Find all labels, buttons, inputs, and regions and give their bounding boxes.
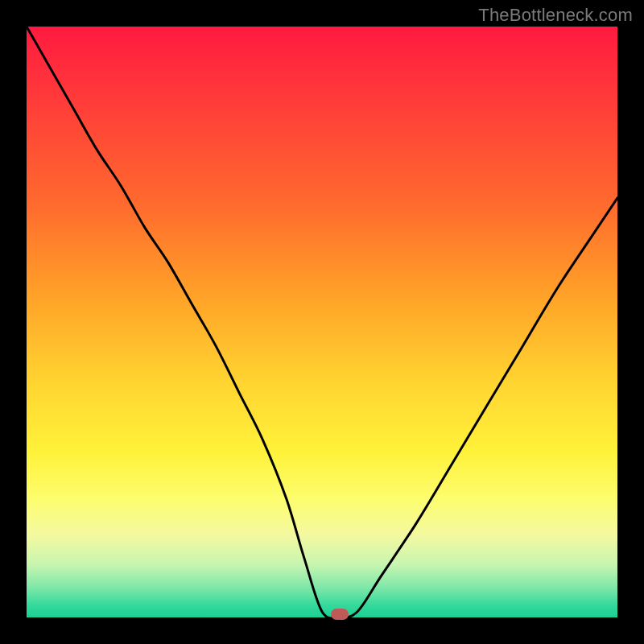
plot-area	[27, 27, 617, 617]
chart-frame: TheBottleneck.com	[0, 0, 644, 644]
curve-path	[27, 27, 617, 618]
watermark-text: TheBottleneck.com	[478, 5, 633, 26]
bottleneck-curve	[27, 27, 617, 617]
minimum-marker	[331, 609, 349, 620]
